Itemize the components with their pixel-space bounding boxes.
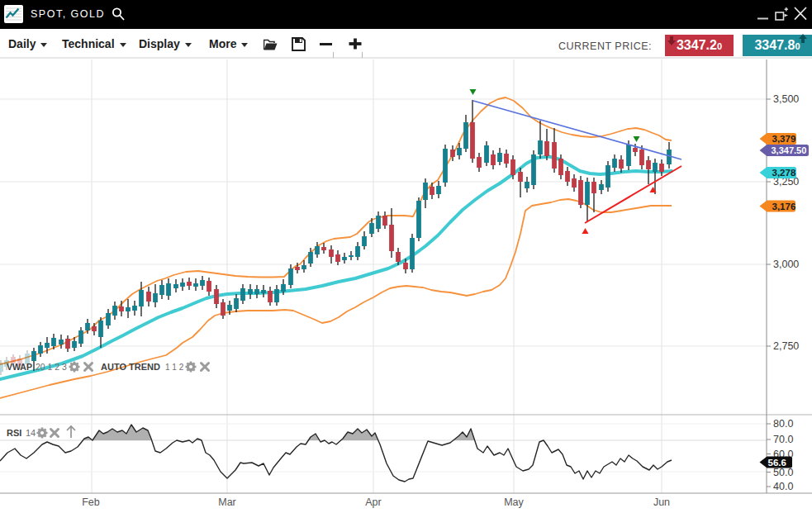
svg-text:Mar: Mar	[218, 496, 236, 508]
svg-text:20 1 2 3: 20 1 2 3	[36, 362, 67, 372]
svg-text:56.6: 56.6	[768, 458, 786, 468]
svg-text:70.0: 70.0	[773, 434, 793, 445]
svg-text:Apr: Apr	[365, 496, 381, 508]
svg-text:14: 14	[26, 428, 36, 438]
svg-text:1 1 2: 1 1 2	[165, 363, 184, 372]
svg-text:May: May	[504, 496, 524, 508]
svg-text:3,278: 3,278	[772, 168, 796, 178]
svg-text:3,000: 3,000	[773, 259, 799, 270]
svg-text:3,379: 3,379	[772, 134, 796, 144]
svg-text:50.0: 50.0	[773, 467, 793, 478]
svg-text:VWAP: VWAP	[7, 362, 32, 372]
svg-text:3,176: 3,176	[772, 202, 796, 211]
svg-text:3,500: 3,500	[773, 93, 799, 105]
svg-text:40.0: 40.0	[773, 481, 793, 492]
svg-text:3,347.50: 3,347.50	[772, 145, 807, 155]
svg-text:2,750: 2,750	[773, 340, 799, 352]
svg-text:Jun: Jun	[653, 496, 670, 508]
svg-text:80.0: 80.0	[773, 418, 793, 430]
svg-text:Feb: Feb	[82, 496, 100, 508]
svg-text:RSI: RSI	[7, 428, 21, 438]
svg-text:AUTO TREND: AUTO TREND	[101, 362, 160, 372]
